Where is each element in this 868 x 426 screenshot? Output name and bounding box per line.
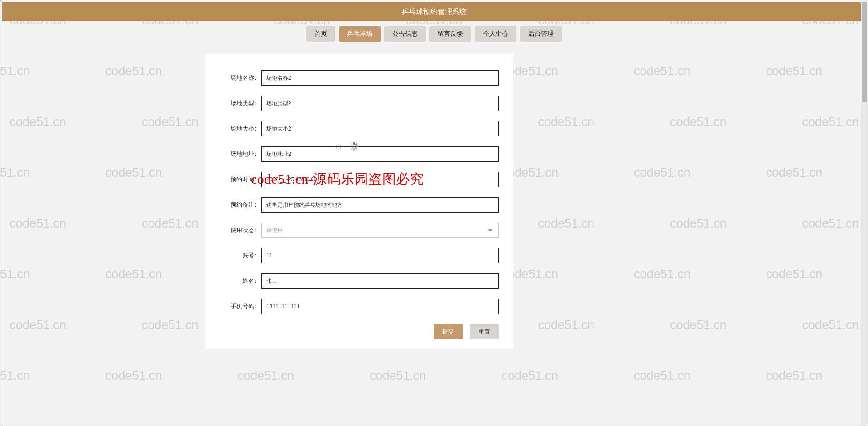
reserve-time-input[interactable] <box>261 172 499 187</box>
nav-label: 后台管理 <box>528 30 554 37</box>
account-input[interactable] <box>261 248 499 263</box>
reserve-time-label: 预约时间: <box>220 175 256 184</box>
account-label: 账号: <box>220 252 256 260</box>
nav-label: 首页 <box>314 30 327 37</box>
use-status-select[interactable]: 待使用 <box>261 223 499 238</box>
nav-profile[interactable]: 个人中心 <box>475 26 516 42</box>
app-title: 乒乓球预约管理系统 <box>401 7 467 17</box>
reserve-note-label: 预约备注: <box>220 201 256 209</box>
nav-courts[interactable]: 乒乓球场 <box>339 26 381 42</box>
app-header: 乒乓球预约管理系统 <box>2 2 866 21</box>
use-status-label: 使用状态: <box>220 226 256 234</box>
phone-label: 手机号码: <box>220 302 256 310</box>
nav-label: 公告信息 <box>392 30 418 37</box>
nav-home[interactable]: 首页 <box>306 26 335 42</box>
name-label: 姓名: <box>220 277 256 285</box>
venue-addr-input[interactable] <box>261 146 499 162</box>
venue-addr-label: 场地地址: <box>220 150 256 158</box>
venue-type-input[interactable] <box>261 96 499 111</box>
submit-button[interactable]: 提交 <box>434 324 463 339</box>
venue-name-input[interactable] <box>261 70 499 86</box>
nav-announcements[interactable]: 公告信息 <box>384 26 426 42</box>
venue-name-label: 场地名称: <box>220 74 256 82</box>
nav-admin[interactable]: 后台管理 <box>520 26 562 42</box>
venue-size-input[interactable] <box>261 121 499 136</box>
phone-input[interactable] <box>261 299 499 314</box>
nav-label: 乒乓球场 <box>347 30 372 37</box>
nav-label: 个人中心 <box>483 30 508 37</box>
nav-label: 留言反馈 <box>438 30 463 37</box>
reserve-note-input[interactable] <box>261 197 499 213</box>
venue-size-label: 场地大小: <box>220 125 256 133</box>
vertical-scrollbar-thumb[interactable] <box>862 2 867 102</box>
name-input[interactable] <box>261 273 499 289</box>
venue-type-label: 场地类型: <box>220 99 256 107</box>
reset-button[interactable]: 重置 <box>470 324 499 339</box>
nav-feedback[interactable]: 留言反馈 <box>429 26 471 42</box>
nav-bar: 首页 乒乓球场 公告信息 留言反馈 个人中心 后台管理 <box>0 25 868 43</box>
reservation-form: 场地名称: 场地类型: 场地大小: 场地地址: 预约时间: 预约备注: 使用状态… <box>205 54 513 349</box>
